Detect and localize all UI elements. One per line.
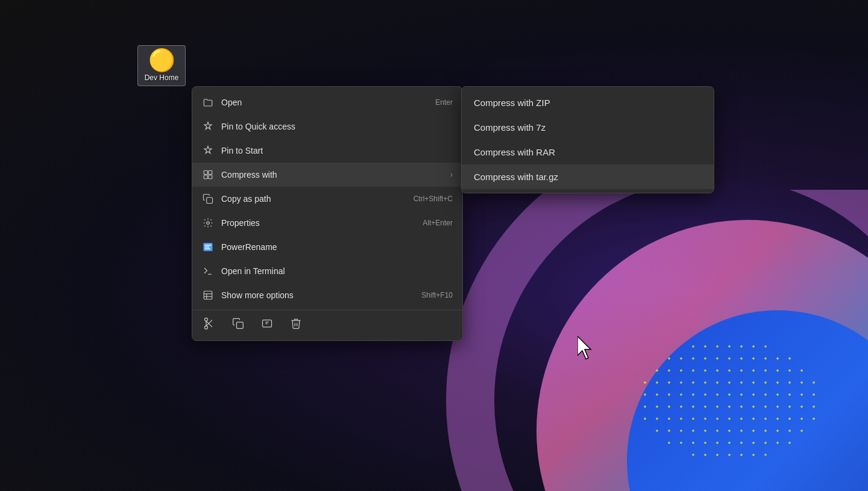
pin-quick-icon [202, 120, 214, 133]
compress-icon [202, 169, 214, 181]
svg-rect-7 [205, 245, 212, 246]
compress-submenu: Compress with ZIP Compress with 7z Compr… [461, 86, 714, 193]
svg-rect-2 [204, 175, 207, 179]
menu-item-open-terminal[interactable]: Open in Terminal [192, 259, 462, 283]
menu-item-show-more[interactable]: Show more options Shift+F10 [192, 283, 462, 307]
menu-item-show-more-label: Show more options [221, 290, 414, 300]
desktop-icon-dev-home[interactable]: 🟡 Dev Home [137, 45, 186, 86]
pin-start-icon [202, 145, 214, 157]
submenu-item-targz[interactable]: Compress with tar.gz [462, 164, 714, 189]
menu-item-power-rename-label: PowerRename [221, 242, 453, 252]
submenu-item-zip-label: Compress with ZIP [474, 98, 550, 108]
svg-rect-1 [209, 170, 212, 174]
svg-rect-11 [204, 291, 212, 299]
submenu-item-7z-label: Compress with 7z [474, 122, 546, 133]
submenu-item-7z[interactable]: Compress with 7z [462, 115, 714, 140]
menu-item-show-more-shortcut: Shift+F10 [421, 291, 453, 299]
rename-button[interactable] [260, 316, 274, 331]
menu-item-pin-start[interactable]: Pin to Start [192, 139, 462, 163]
menu-item-compress[interactable]: Compress with › [192, 163, 462, 187]
context-menu: Open Enter Pin to Quick access Pin to St… [192, 86, 463, 341]
svg-rect-3 [209, 175, 212, 179]
menu-item-compress-label: Compress with [221, 170, 438, 180]
decorative-arcs [446, 190, 868, 491]
menu-item-power-rename[interactable]: PowerRename [192, 235, 462, 259]
menu-item-properties-label: Properties [221, 218, 415, 228]
open-icon [202, 96, 214, 108]
submenu-item-rar[interactable]: Compress with RAR [462, 140, 714, 164]
svg-point-15 [205, 326, 208, 329]
submenu-item-targz-label: Compress with tar.gz [474, 172, 558, 182]
show-more-icon [202, 289, 214, 301]
submenu-item-rar-label: Compress with RAR [474, 147, 555, 157]
delete-button[interactable] [289, 316, 303, 331]
power-rename-icon [202, 241, 214, 253]
svg-rect-4 [207, 198, 213, 204]
menu-item-copy-path-shortcut: Ctrl+Shift+C [414, 195, 453, 203]
menu-item-properties[interactable]: Properties Alt+Enter [192, 211, 462, 235]
menu-item-copy-path[interactable]: Copy as path Ctrl+Shift+C [192, 187, 462, 211]
menu-item-open[interactable]: Open Enter [192, 90, 462, 114]
menu-item-open-terminal-label: Open in Terminal [221, 266, 453, 276]
menu-item-pin-start-label: Pin to Start [221, 146, 453, 155]
svg-rect-0 [204, 170, 207, 174]
menu-item-open-shortcut: Enter [435, 98, 453, 107]
svg-rect-8 [205, 246, 210, 248]
cut-button[interactable] [202, 316, 216, 331]
svg-rect-20 [237, 322, 244, 329]
svg-point-5 [207, 222, 210, 225]
menu-item-pin-quick[interactable]: Pin to Quick access [192, 114, 462, 139]
desktop-icon-label: Dev Home [145, 73, 179, 82]
menu-item-open-label: Open [221, 98, 428, 107]
svg-rect-9 [205, 248, 210, 249]
menu-item-properties-shortcut: Alt+Enter [423, 219, 453, 227]
copy-button[interactable] [231, 316, 245, 331]
copy-path-icon [202, 193, 214, 205]
context-menu-toolbar [192, 310, 462, 337]
menu-item-pin-quick-label: Pin to Quick access [221, 122, 453, 131]
submenu-arrow-icon: › [450, 170, 453, 179]
folder-icon: 🟡 [148, 49, 175, 71]
svg-point-16 [205, 318, 208, 321]
properties-icon [202, 217, 214, 229]
open-terminal-icon [202, 265, 214, 277]
submenu-item-zip[interactable]: Compress with ZIP [462, 90, 714, 115]
menu-item-copy-path-label: Copy as path [221, 194, 406, 204]
